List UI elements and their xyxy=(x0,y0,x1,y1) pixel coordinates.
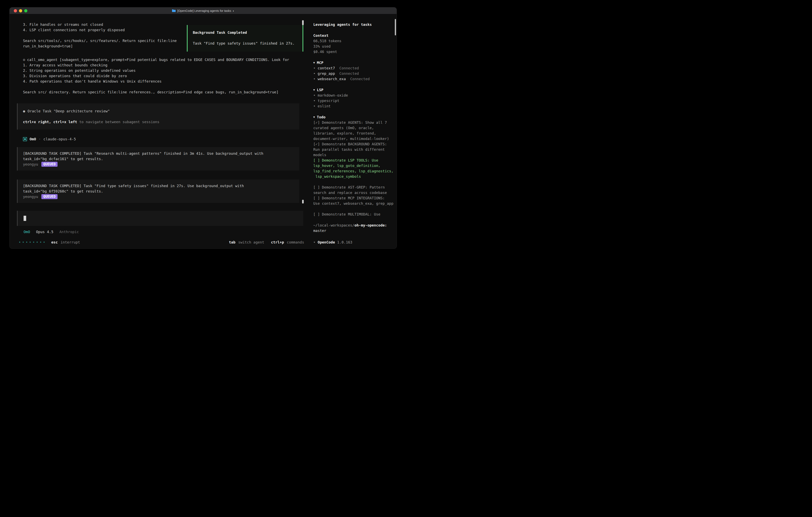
agent-name: OmO xyxy=(30,136,36,142)
lsp-item-name: markdown-oxide xyxy=(318,92,348,98)
lsp-item-typescript: • typescript xyxy=(313,98,395,103)
bullet-icon: • xyxy=(313,71,316,76)
esc-key-label: interrupt xyxy=(61,240,80,245)
message-author: yeongyu xyxy=(23,162,38,167)
message-background-task-2: [BACKGROUND TASK COMPLETED] Task "Find t… xyxy=(17,180,299,203)
sidebar-scrollbar-thumb[interactable] xyxy=(395,19,396,35)
mcp-item-name: context7 xyxy=(318,65,335,71)
zoom-button[interactable] xyxy=(24,9,27,12)
oracle-task-title: Oracle Task "Deep architecture review" xyxy=(28,109,110,113)
bullet-icon: • xyxy=(313,76,316,82)
toast-body: Task "Find type safety issues" finished … xyxy=(193,40,298,46)
bullet-icon: • xyxy=(313,98,316,103)
todo-item-ast-grep: [ ] Demonstrate AST-GREP: Pattern search… xyxy=(313,185,395,195)
lsp-item-name: eslint xyxy=(318,103,331,109)
todo-item-background-agents: [✓] Demonstrate BACKGROUND AGENTS: Run p… xyxy=(313,141,395,158)
toast-background-task-completed: Background Task Completed Task "Find typ… xyxy=(187,25,303,52)
tool-call-body: call_omo_agent [subagent_type=explore, p… xyxy=(23,58,289,94)
workspace-path-prefix: ~/local-workspaces/ xyxy=(313,223,354,227)
workspace-repo: oh-my-opencode: xyxy=(354,223,387,227)
lsp-item-markdown-oxide: • markdown-oxide xyxy=(313,92,395,98)
text-cursor xyxy=(24,216,26,221)
window-title-text: [OpenCode] Leveraging agents for tasks xyxy=(177,9,231,12)
session-title: Leveraging agents for tasks xyxy=(313,22,395,27)
oracle-task-panel: ◉Oracle Task "Deep architecture review" … xyxy=(17,103,299,130)
main-scrollbar-thumb-bottom[interactable] xyxy=(302,200,304,203)
prompt-input[interactable] xyxy=(17,211,303,226)
mcp-item-status: Connected xyxy=(340,71,359,76)
mcp-item-status: Connected xyxy=(350,76,370,82)
lsp-heading[interactable]: ▼ LSP xyxy=(313,87,395,92)
chevron-down-icon: ▼ xyxy=(313,87,315,92)
commands-key-hint: ctrl+p xyxy=(271,240,284,245)
progress-spinner-icon: ◐ xyxy=(233,9,234,12)
tab-key-hint: tab xyxy=(229,240,236,245)
mcp-item-name: websearch_exa xyxy=(318,76,346,82)
toast-title: Background Task Completed xyxy=(193,30,298,35)
gear-icon: ⚙ xyxy=(23,58,25,62)
main-scrollbar-thumb-top[interactable] xyxy=(302,20,304,25)
oracle-task-title-row: ◉Oracle Task "Deep architecture review" xyxy=(23,108,294,114)
tab-key-label: switch agent xyxy=(238,240,264,245)
status-badge: QUEUED xyxy=(41,194,58,199)
blank-line xyxy=(23,114,294,119)
mcp-section: ▼ MCP • context7 Connected • grep_app Co… xyxy=(313,60,395,82)
context-tokens: 66,518 tokens xyxy=(313,38,395,44)
mcp-item-websearch-exa: • websearch_exa Connected xyxy=(313,76,395,82)
context-used: 33% used xyxy=(313,44,395,49)
todo-item-mcp-integrations: [ ] Demonstrate MCP INTEGRATIONS: Use co… xyxy=(313,195,395,206)
chevron-down-icon: ▼ xyxy=(313,114,315,120)
todo-heading-label: Todo xyxy=(317,114,325,120)
agent-model: claude-opus-4-5 xyxy=(44,136,76,142)
hint-text: to navigate between subagent sessions xyxy=(77,120,160,124)
tool-call-text: ⚙call_omo_agent [subagent_type=explore, … xyxy=(23,57,309,95)
mcp-item-status: Connected xyxy=(340,65,359,71)
window-title: [OpenCode] Leveraging agents for tasks ◐ xyxy=(172,9,235,12)
workspace-path-row: ~/local-workspaces/oh-my-opencode: xyxy=(313,222,395,228)
model-provider: Anthropic xyxy=(59,229,79,235)
todo-item-multimodal: [ ] Demonstrate MULTIMODAL: Use xyxy=(313,212,395,217)
window-titlebar[interactable]: [OpenCode] Leveraging agents for tasks ◐ xyxy=(9,7,397,14)
close-button[interactable] xyxy=(14,9,17,12)
message-text: [BACKGROUND TASK COMPLETED] Task "Find t… xyxy=(23,183,294,194)
message-text: [BACKGROUND TASK COMPLETED] Task "Resear… xyxy=(23,151,294,162)
lsp-item-eslint: • eslint xyxy=(313,103,395,109)
window-content: 3. File handles or streams not closed 4.… xyxy=(9,14,397,248)
status-bar: •••••••• esc interrupt tab switch agent … xyxy=(19,240,304,245)
workspace-info: ~/local-workspaces/oh-my-opencode: maste… xyxy=(313,222,395,233)
message-author: yeongyu xyxy=(23,194,38,199)
record-icon: ◉ xyxy=(23,109,25,113)
message-background-task-1: [BACKGROUND TASK COMPLETED] Task "Resear… xyxy=(17,147,299,170)
agent-header: OmO · claude-opus-4-5 xyxy=(23,136,309,142)
todo-section: ▼ Todo [✓] Demonstrate AGENTS: Show all … xyxy=(313,114,395,217)
todo-heading[interactable]: ▼ Todo xyxy=(313,114,395,120)
lsp-item-name: typescript xyxy=(318,98,339,103)
navigation-hint: ctrl+x right, ctrl+x left to navigate be… xyxy=(23,119,294,125)
status-badge: QUEUED xyxy=(41,162,58,167)
activity-dots-icon: •••••••• xyxy=(19,240,47,245)
app-brand: OpenCode xyxy=(318,240,335,245)
mcp-item-context7: • context7 Connected xyxy=(313,65,395,71)
todo-item-lsp-tools: [ ] Demonstrate LSP TOOLS: Use lsp_hover… xyxy=(313,158,395,179)
bullet-icon: • xyxy=(313,240,316,245)
folder-icon xyxy=(172,9,176,12)
context-heading: Context xyxy=(313,33,395,38)
todo-item-agents: [✓] Demonstrate AGENTS: Show all 7 curat… xyxy=(313,120,395,141)
context-heading-label: Context xyxy=(313,33,328,38)
separator-dot: · xyxy=(39,136,41,142)
chevron-down-icon: ▼ xyxy=(313,60,315,65)
mcp-item-name: grep_app xyxy=(318,71,335,76)
mcp-heading[interactable]: ▼ MCP xyxy=(313,60,395,65)
session-log-pane: 3. File handles or streams not closed 4.… xyxy=(9,14,309,248)
mcp-heading-label: MCP xyxy=(317,60,323,65)
context-spent: $0.46 spent xyxy=(313,49,395,54)
lsp-section: ▼ LSP • markdown-oxide • typescript • es… xyxy=(313,87,395,109)
context-section: Context 66,518 tokens 33% used $0.46 spe… xyxy=(313,33,395,54)
agent-checkbox-icon xyxy=(23,137,27,141)
terminal-window: [OpenCode] Leveraging agents for tasks ◐… xyxy=(9,7,397,248)
hint-keys: ctrl+x right, ctrl+x left xyxy=(23,120,77,124)
minimize-button[interactable] xyxy=(19,9,22,12)
app-version-row: • OpenCode 1.0.163 xyxy=(313,240,352,245)
message-meta: yeongyu QUEUED xyxy=(23,162,294,167)
sidebar: Leveraging agents for tasks Context 66,5… xyxy=(309,14,397,248)
